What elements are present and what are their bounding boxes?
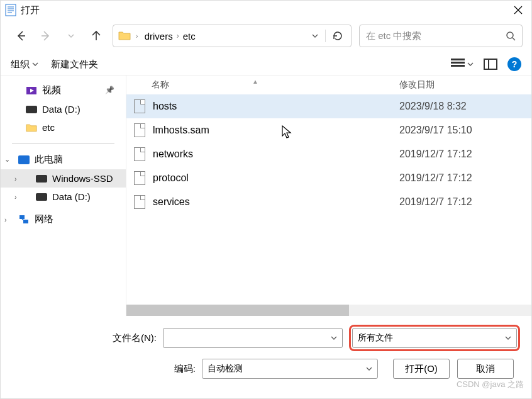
svg-rect-0: [6, 4, 16, 16]
chevron-right-icon: ›: [4, 216, 7, 223]
back-button[interactable]: [12, 27, 30, 45]
sort-asc-icon: ▲: [252, 78, 258, 85]
search-placeholder: 在 etc 中搜索: [366, 30, 506, 42]
close-button[interactable]: [509, 1, 528, 20]
file-icon: [134, 195, 149, 209]
drive-icon: [36, 175, 47, 183]
filename-input[interactable]: [163, 328, 343, 348]
file-row[interactable]: networks 2019/12/7 17:12: [126, 142, 531, 166]
help-button[interactable]: ?: [507, 57, 521, 71]
folder-icon: [26, 123, 37, 132]
folder-icon: [118, 30, 130, 42]
chevron-right-icon: ›: [14, 175, 17, 183]
drive-icon: [36, 193, 47, 201]
list-icon: [451, 59, 465, 70]
filetype-highlight: 所有文件: [349, 325, 520, 351]
view-mode-button[interactable]: [451, 59, 474, 70]
video-icon: [26, 85, 37, 96]
svg-point-10: [507, 32, 513, 38]
horizontal-scrollbar[interactable]: [126, 305, 531, 316]
refresh-button[interactable]: [332, 30, 346, 42]
chevron-down-icon: [505, 335, 511, 341]
sidebar-item-etc[interactable]: etc: [1, 118, 126, 137]
encoding-select[interactable]: 自动检测: [202, 359, 378, 379]
chevron-right-icon: ›: [177, 31, 179, 40]
forward-button[interactable]: [37, 27, 55, 45]
breadcrumb-item[interactable]: drivers: [145, 31, 173, 42]
cancel-button[interactable]: 取消: [457, 359, 514, 379]
file-icon: [134, 147, 149, 161]
window-title: 打开: [21, 4, 40, 16]
search-input[interactable]: 在 etc 中搜索: [359, 25, 523, 47]
file-row[interactable]: lmhosts.sam 2023/9/17 15:10: [126, 118, 531, 142]
new-folder-button[interactable]: 新建文件夹: [51, 59, 98, 70]
network-icon: [18, 215, 30, 225]
organize-button[interactable]: 组织: [11, 59, 38, 70]
breadcrumb-item[interactable]: etc: [183, 31, 196, 42]
breadcrumb-bar[interactable]: › drivers › etc: [113, 25, 352, 47]
chevron-down-icon: [331, 335, 337, 341]
pc-icon: [18, 155, 30, 164]
recent-dropdown[interactable]: [62, 27, 80, 45]
file-icon: [134, 123, 149, 137]
sidebar-item-network[interactable]: › 网络: [1, 210, 126, 229]
chevron-right-icon: ›: [14, 193, 17, 201]
chevron-down-icon: [32, 61, 38, 67]
watermark: CSDN @java 之路: [457, 379, 524, 390]
open-button[interactable]: 打开(O): [393, 359, 450, 379]
filename-label: 文件名(N):: [12, 332, 157, 344]
sidebar-item-videos[interactable]: 视频: [1, 81, 126, 100]
preview-pane-button[interactable]: [484, 59, 497, 70]
file-row[interactable]: services 2019/12/7 17:12: [126, 190, 531, 214]
file-icon: [134, 99, 149, 113]
sidebar: 视频 Data (D:) etc ⌄ 此电脑 › Windows-SSD › D…: [1, 76, 126, 316]
svg-rect-13: [19, 215, 25, 219]
preview-pane-icon: [484, 59, 497, 70]
up-button[interactable]: [87, 27, 105, 45]
encoding-label: 编码:: [12, 363, 196, 375]
chevron-down-icon: ⌄: [4, 155, 10, 164]
drive-icon: [26, 106, 37, 113]
filetype-select[interactable]: 所有文件: [352, 328, 517, 348]
search-icon: [506, 31, 516, 41]
chevron-down-icon: [467, 61, 474, 67]
column-header-name[interactable]: 名称 ▲: [126, 79, 399, 91]
path-dropdown[interactable]: [311, 32, 319, 40]
sidebar-item-data-d-2[interactable]: › Data (D:): [1, 188, 126, 206]
sidebar-item-data-d[interactable]: Data (D:): [1, 100, 126, 118]
svg-line-11: [513, 38, 515, 40]
sidebar-item-this-pc[interactable]: ⌄ 此电脑: [1, 150, 126, 169]
file-row[interactable]: protocol 2019/12/7 17:12: [126, 166, 531, 190]
file-icon: [134, 171, 149, 185]
chevron-down-icon: [366, 366, 372, 372]
column-header-date[interactable]: 修改日期: [399, 79, 531, 91]
divider: [12, 143, 114, 143]
file-row[interactable]: hosts 2023/9/18 8:32: [126, 94, 531, 118]
scrollbar-thumb[interactable]: [126, 305, 349, 316]
chevron-right-icon: ›: [136, 32, 138, 40]
app-icon: [4, 4, 17, 16]
sidebar-item-windows-ssd[interactable]: › Windows-SSD: [1, 169, 126, 188]
